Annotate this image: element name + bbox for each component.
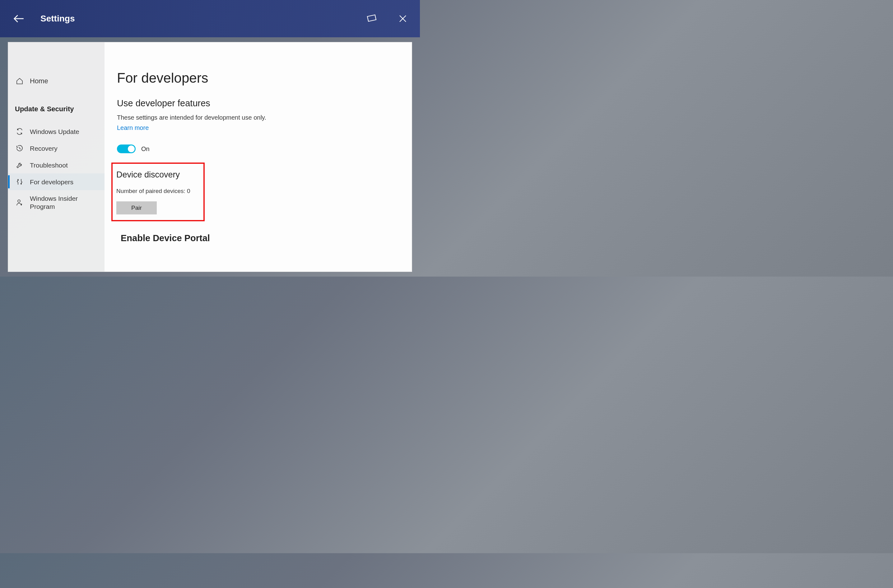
sidebar-category: Update & Security (8, 98, 105, 117)
person-icon (15, 199, 24, 207)
follow-me-icon (365, 12, 378, 25)
toggle-knob (128, 146, 135, 152)
sidebar-item-label: For developers (30, 178, 74, 186)
device-discovery-heading: Device discovery (116, 170, 200, 180)
sidebar-item-label: Windows Insider Program (30, 195, 97, 210)
tools-icon (15, 178, 24, 186)
sidebar-item-for-developers[interactable]: For developers (8, 173, 105, 190)
close-icon (398, 14, 407, 23)
sidebar-item-recovery[interactable]: Recovery (8, 140, 105, 157)
sidebar-item-label: Windows Update (30, 128, 79, 135)
learn-more-link[interactable]: Learn more (117, 124, 149, 132)
history-icon (15, 144, 24, 152)
window-controls (364, 11, 410, 26)
settings-window: Home Update & Security Windows Update (8, 42, 412, 272)
back-arrow-icon (13, 13, 24, 24)
content-area: For developers Use developer features Th… (105, 42, 412, 272)
pair-button[interactable]: Pair (116, 201, 157, 214)
sidebar-item-label: Troubleshoot (30, 161, 68, 169)
sidebar-item-windows-update[interactable]: Windows Update (8, 123, 105, 140)
home-icon (15, 77, 24, 85)
sidebar: Home Update & Security Windows Update (8, 42, 105, 272)
sidebar-item-label: Recovery (30, 144, 57, 152)
paired-devices-count: Number of paired devices: 0 (116, 188, 200, 195)
follow-me-button[interactable] (364, 11, 379, 26)
sidebar-item-insider[interactable]: Windows Insider Program (8, 190, 105, 214)
app-title: Settings (41, 14, 364, 24)
wrench-icon (15, 161, 24, 169)
dev-mode-toggle[interactable] (117, 144, 135, 153)
dev-mode-toggle-row: On (117, 144, 399, 153)
svg-point-6 (18, 200, 20, 202)
toggle-label: On (141, 146, 150, 153)
back-button[interactable] (9, 9, 28, 28)
sync-icon (15, 128, 24, 135)
device-discovery-highlight: Device discovery Number of paired device… (111, 162, 204, 221)
use-dev-features-heading: Use developer features (117, 98, 399, 108)
title-bar: Settings (0, 0, 420, 37)
sidebar-home[interactable]: Home (8, 74, 105, 89)
sidebar-item-troubleshoot[interactable]: Troubleshoot (8, 157, 105, 173)
svg-point-7 (21, 204, 22, 204)
enable-device-portal-heading: Enable Device Portal (121, 233, 399, 243)
close-button[interactable] (395, 11, 410, 26)
sidebar-home-label: Home (30, 77, 48, 85)
dev-features-description: These settings are intended for developm… (117, 114, 399, 121)
page-heading: For developers (117, 70, 399, 86)
